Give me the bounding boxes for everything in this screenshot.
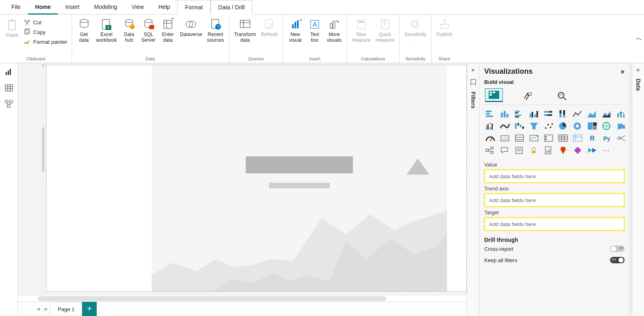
tab-format[interactable]: Format <box>177 0 210 15</box>
viz-card-icon[interactable]: 123 <box>499 133 511 143</box>
dataverse-button[interactable]: Dataverse <box>178 16 205 39</box>
viz-100-stacked-column-icon[interactable] <box>557 109 569 119</box>
add-page-button[interactable]: + <box>82 302 97 316</box>
filters-pane-collapsed: « Filters <box>467 63 479 316</box>
target-drop-zone[interactable]: Add data fields here <box>484 217 625 231</box>
viz-scatter-icon[interactable] <box>542 121 555 131</box>
excel-button[interactable]: XExcel workbook <box>94 16 119 45</box>
viz-key-influencers-icon[interactable] <box>615 133 627 143</box>
filters-expand-icon[interactable]: « <box>472 66 475 73</box>
tab-data-drill[interactable]: Data / Drill <box>211 0 252 15</box>
viz-100-stacked-bar-icon[interactable] <box>542 109 555 119</box>
svg-rect-66 <box>515 115 521 116</box>
viz-multi-row-card-icon[interactable] <box>513 133 525 143</box>
viz-slicer-icon[interactable] <box>542 133 555 143</box>
tab-modeling[interactable]: Modeling <box>87 0 124 15</box>
tab-insert[interactable]: Insert <box>58 0 87 15</box>
sql-server-button[interactable]: SQL Server <box>139 16 158 45</box>
text-box-button[interactable]: AText box <box>305 16 324 45</box>
ribbon-group-queries: Transform data Refresh Queries <box>229 15 283 63</box>
cross-report-toggle[interactable]: Off <box>610 246 625 252</box>
viz-python-icon[interactable]: Py <box>601 133 613 143</box>
viz-more-icon[interactable]: ⋯ <box>601 145 613 155</box>
value-drop-zone[interactable]: Add data fields here <box>484 169 625 183</box>
viz-decomposition-tree-icon[interactable] <box>484 145 496 155</box>
tab-view[interactable]: View <box>124 0 151 15</box>
ribbon-group-sensitivity: Sensitivity⌵ Sensitivity <box>400 15 432 63</box>
viz-line-icon[interactable] <box>572 109 584 119</box>
paste-icon <box>6 19 19 32</box>
keep-filters-toggle[interactable]: On <box>610 257 625 263</box>
trend-drop-zone[interactable]: Add data fields here <box>484 193 625 207</box>
viz-table-icon[interactable] <box>557 133 569 143</box>
tab-home[interactable]: Home <box>28 0 58 15</box>
viz-donut-icon[interactable] <box>572 121 584 131</box>
canvas-scroll-thumb[interactable] <box>42 127 44 172</box>
viz-area-icon[interactable] <box>586 109 598 119</box>
new-measure-label: New measure <box>352 32 371 43</box>
viz-treemap-icon[interactable] <box>586 121 598 131</box>
build-visual-tab[interactable] <box>485 88 503 102</box>
bookmark-icon[interactable] <box>470 79 477 86</box>
report-view-icon[interactable] <box>4 67 13 76</box>
excel-icon: X <box>100 18 113 31</box>
model-view-icon[interactable] <box>4 100 13 109</box>
viz-clustered-column-icon[interactable] <box>528 109 540 119</box>
viz-line-stacked-column-icon[interactable] <box>615 109 627 119</box>
canvas-page[interactable] <box>46 65 467 292</box>
visualization-gallery: 123 R Py ⋯ <box>483 105 625 159</box>
transform-data-button[interactable]: Transform data <box>232 16 258 45</box>
svg-rect-12 <box>164 20 172 28</box>
get-data-button[interactable]: Get data <box>74 16 94 45</box>
viz-map-icon[interactable] <box>601 121 613 131</box>
get-data-label: Get data <box>79 32 89 43</box>
visual-placeholder[interactable] <box>152 65 447 291</box>
viz-power-apps-icon[interactable] <box>572 145 584 155</box>
analytics-tab[interactable] <box>553 88 571 102</box>
viz-ribbon-icon[interactable] <box>499 121 511 131</box>
tab-file[interactable]: File <box>4 0 28 15</box>
page-next[interactable]: ▶ <box>42 306 50 312</box>
enter-data-button[interactable]: +Enter data <box>158 16 178 45</box>
data-hub-button[interactable]: Data hub <box>119 16 139 45</box>
viz-clustered-bar-icon[interactable] <box>513 109 525 119</box>
ribbon-collapse-icon[interactable]: へ <box>636 35 642 43</box>
format-painter-button[interactable]: Format painter <box>23 38 68 45</box>
page-prev[interactable]: ◀ <box>34 306 42 312</box>
svg-rect-98 <box>588 122 593 130</box>
viz-arcgis-icon[interactable] <box>557 145 569 155</box>
recent-sources-button[interactable]: Recent sources <box>205 16 227 45</box>
horizontal-scrollbar[interactable] <box>18 296 467 301</box>
data-view-icon[interactable] <box>4 83 13 92</box>
tab-help[interactable]: Help <box>151 0 177 15</box>
new-visual-button[interactable]: +New visual <box>286 16 305 45</box>
viz-stacked-column-icon[interactable] <box>499 109 511 119</box>
canvas-wrap: ◀ ▶ Page 1 + <box>18 63 467 316</box>
more-visuals-button[interactable]: More visuals <box>324 16 344 45</box>
viz-r-icon[interactable]: R <box>586 133 598 143</box>
visualizations-collapse-icon[interactable]: » <box>621 67 625 76</box>
format-visual-tab[interactable] <box>519 88 537 102</box>
viz-pie-icon[interactable] <box>557 121 569 131</box>
viz-goals-icon[interactable] <box>528 145 540 155</box>
cut-button[interactable]: ✂️Cut <box>23 19 68 26</box>
viz-gauge-icon[interactable] <box>484 133 496 143</box>
viz-qa-icon[interactable] <box>499 145 511 155</box>
viz-smart-narrative-icon[interactable] <box>513 145 525 155</box>
page-tab-1[interactable]: Page 1 <box>50 302 82 316</box>
format-painter-label: Format painter <box>33 39 68 45</box>
report-canvas[interactable] <box>18 63 467 296</box>
viz-funnel-icon[interactable] <box>528 121 540 131</box>
viz-paginated-report-icon[interactable] <box>542 145 555 155</box>
viz-matrix-icon[interactable] <box>572 133 584 143</box>
viz-scrollbar[interactable] <box>629 63 632 316</box>
viz-kpi-icon[interactable] <box>528 133 540 143</box>
viz-stacked-bar-icon[interactable] <box>484 109 496 119</box>
viz-filled-map-icon[interactable] <box>615 121 627 131</box>
viz-stacked-area-icon[interactable] <box>601 109 613 119</box>
viz-power-automate-icon[interactable] <box>586 145 598 155</box>
viz-line-clustered-column-icon[interactable] <box>484 121 496 131</box>
viz-waterfall-icon[interactable] <box>513 121 525 131</box>
copy-button[interactable]: Copy <box>23 28 68 36</box>
data-expand-icon[interactable]: « <box>637 66 640 73</box>
